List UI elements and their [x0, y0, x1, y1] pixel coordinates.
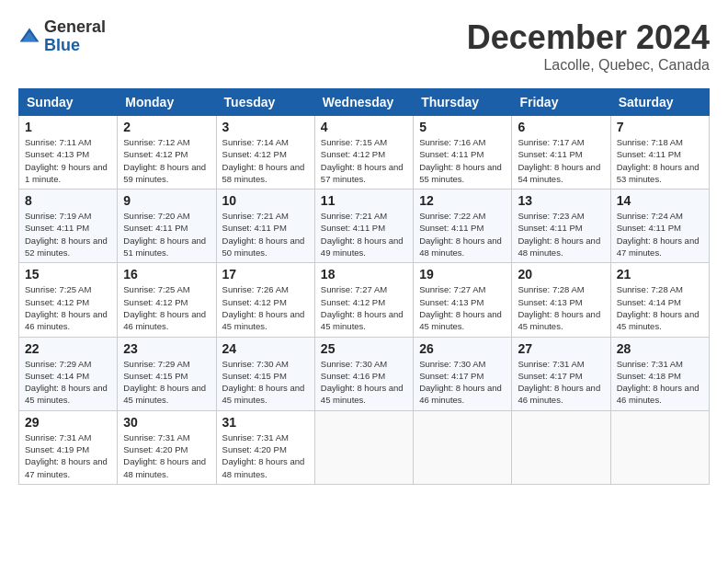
- calendar-cell: 21Sunrise: 7:28 AMSunset: 4:14 PMDayligh…: [610, 263, 709, 337]
- day-number: 9: [123, 193, 210, 208]
- calendar-cell: 8Sunrise: 7:19 AMSunset: 4:11 PMDaylight…: [19, 190, 118, 263]
- calendar-week-row: 29Sunrise: 7:31 AMSunset: 4:19 PMDayligh…: [19, 410, 710, 484]
- day-number: 29: [25, 415, 111, 430]
- weekday-header-monday: Monday: [118, 89, 216, 116]
- calendar-cell: 2Sunrise: 7:12 AMSunset: 4:12 PMDaylight…: [118, 116, 216, 190]
- day-info: Sunrise: 7:12 AMSunset: 4:12 PMDaylight:…: [123, 136, 210, 185]
- calendar-cell: 23Sunrise: 7:29 AMSunset: 4:15 PMDayligh…: [118, 337, 216, 410]
- day-number: 5: [419, 120, 506, 134]
- page-header: General Blue December 2024 Lacolle, Queb…: [18, 18, 710, 74]
- day-info: Sunrise: 7:29 AMSunset: 4:14 PMDaylight:…: [25, 358, 111, 407]
- calendar-cell: 10Sunrise: 7:21 AMSunset: 4:11 PMDayligh…: [216, 190, 314, 263]
- calendar-cell: 3Sunrise: 7:14 AMSunset: 4:12 PMDaylight…: [216, 116, 314, 190]
- day-number: 6: [518, 120, 604, 134]
- day-number: 4: [321, 120, 407, 134]
- day-info: Sunrise: 7:30 AMSunset: 4:15 PMDaylight:…: [222, 358, 309, 407]
- day-number: 8: [25, 193, 111, 208]
- calendar-header-row: SundayMondayTuesdayWednesdayThursdayFrid…: [19, 89, 710, 116]
- calendar-cell: 29Sunrise: 7:31 AMSunset: 4:19 PMDayligh…: [19, 410, 118, 484]
- calendar-week-row: 8Sunrise: 7:19 AMSunset: 4:11 PMDaylight…: [19, 190, 710, 263]
- day-info: Sunrise: 7:28 AMSunset: 4:13 PMDaylight:…: [518, 283, 604, 332]
- day-number: 23: [123, 341, 210, 356]
- day-number: 10: [222, 193, 309, 208]
- calendar-cell: 5Sunrise: 7:16 AMSunset: 4:11 PMDaylight…: [414, 116, 512, 190]
- weekday-header-thursday: Thursday: [414, 89, 512, 116]
- day-number: 18: [321, 267, 407, 282]
- day-info: Sunrise: 7:31 AMSunset: 4:20 PMDaylight:…: [222, 431, 309, 480]
- day-number: 15: [25, 267, 111, 282]
- weekday-header-tuesday: Tuesday: [216, 89, 314, 116]
- day-info: Sunrise: 7:11 AMSunset: 4:13 PMDaylight:…: [25, 136, 111, 185]
- calendar-cell: 25Sunrise: 7:30 AMSunset: 4:16 PMDayligh…: [314, 337, 413, 410]
- calendar-cell: 16Sunrise: 7:25 AMSunset: 4:12 PMDayligh…: [118, 263, 216, 337]
- day-number: 3: [222, 120, 309, 134]
- day-number: 7: [617, 120, 703, 134]
- day-number: 27: [518, 341, 604, 356]
- day-number: 22: [25, 341, 111, 356]
- weekday-header-sunday: Sunday: [19, 89, 118, 116]
- day-info: Sunrise: 7:23 AMSunset: 4:11 PMDaylight:…: [518, 210, 604, 259]
- location-subtitle: Lacolle, Quebec, Canada: [467, 57, 710, 74]
- day-info: Sunrise: 7:22 AMSunset: 4:11 PMDaylight:…: [419, 210, 506, 259]
- day-number: 28: [617, 341, 703, 356]
- day-info: Sunrise: 7:26 AMSunset: 4:12 PMDaylight:…: [222, 283, 309, 332]
- day-info: Sunrise: 7:31 AMSunset: 4:18 PMDaylight:…: [617, 358, 703, 407]
- day-number: 24: [222, 341, 309, 356]
- calendar-cell: 28Sunrise: 7:31 AMSunset: 4:18 PMDayligh…: [610, 337, 709, 410]
- calendar-table: SundayMondayTuesdayWednesdayThursdayFrid…: [18, 88, 710, 485]
- calendar-cell: 24Sunrise: 7:30 AMSunset: 4:15 PMDayligh…: [216, 337, 314, 410]
- day-number: 17: [222, 267, 309, 282]
- weekday-header-wednesday: Wednesday: [314, 89, 413, 116]
- day-info: Sunrise: 7:14 AMSunset: 4:12 PMDaylight:…: [222, 136, 309, 185]
- day-number: 11: [321, 193, 407, 208]
- calendar-cell: 26Sunrise: 7:30 AMSunset: 4:17 PMDayligh…: [414, 337, 512, 410]
- day-number: 30: [123, 415, 210, 430]
- logo-blue-text: Blue: [44, 37, 106, 55]
- calendar-cell: 14Sunrise: 7:24 AMSunset: 4:11 PMDayligh…: [610, 190, 709, 263]
- day-info: Sunrise: 7:17 AMSunset: 4:11 PMDaylight:…: [518, 136, 604, 185]
- day-number: 14: [617, 193, 703, 208]
- calendar-cell: [610, 410, 709, 484]
- day-number: 31: [222, 415, 309, 430]
- calendar-cell: 15Sunrise: 7:25 AMSunset: 4:12 PMDayligh…: [19, 263, 118, 337]
- calendar-week-row: 1Sunrise: 7:11 AMSunset: 4:13 PMDaylight…: [19, 116, 710, 190]
- day-number: 16: [123, 267, 210, 282]
- day-info: Sunrise: 7:28 AMSunset: 4:14 PMDaylight:…: [617, 283, 703, 332]
- day-number: 21: [617, 267, 703, 282]
- day-number: 13: [518, 193, 604, 208]
- calendar-cell: [512, 410, 610, 484]
- day-info: Sunrise: 7:21 AMSunset: 4:11 PMDaylight:…: [321, 210, 407, 259]
- day-info: Sunrise: 7:27 AMSunset: 4:12 PMDaylight:…: [321, 283, 407, 332]
- logo-text: General Blue: [44, 18, 106, 55]
- day-info: Sunrise: 7:24 AMSunset: 4:11 PMDaylight:…: [617, 210, 703, 259]
- month-title: December 2024: [467, 18, 710, 57]
- logo: General Blue: [18, 18, 106, 55]
- day-number: 2: [123, 120, 210, 134]
- calendar-cell: [414, 410, 512, 484]
- day-number: 12: [419, 193, 506, 208]
- day-number: 19: [419, 267, 506, 282]
- calendar-cell: 12Sunrise: 7:22 AMSunset: 4:11 PMDayligh…: [414, 190, 512, 263]
- day-info: Sunrise: 7:30 AMSunset: 4:17 PMDaylight:…: [419, 358, 506, 407]
- day-number: 20: [518, 267, 604, 282]
- calendar-cell: 27Sunrise: 7:31 AMSunset: 4:17 PMDayligh…: [512, 337, 610, 410]
- calendar-cell: 31Sunrise: 7:31 AMSunset: 4:20 PMDayligh…: [216, 410, 314, 484]
- calendar-cell: 18Sunrise: 7:27 AMSunset: 4:12 PMDayligh…: [314, 263, 413, 337]
- calendar-cell: 6Sunrise: 7:17 AMSunset: 4:11 PMDaylight…: [512, 116, 610, 190]
- day-number: 25: [321, 341, 407, 356]
- day-info: Sunrise: 7:21 AMSunset: 4:11 PMDaylight:…: [222, 210, 309, 259]
- calendar-cell: 13Sunrise: 7:23 AMSunset: 4:11 PMDayligh…: [512, 190, 610, 263]
- day-info: Sunrise: 7:20 AMSunset: 4:11 PMDaylight:…: [123, 210, 210, 259]
- calendar-week-row: 15Sunrise: 7:25 AMSunset: 4:12 PMDayligh…: [19, 263, 710, 337]
- calendar-cell: 17Sunrise: 7:26 AMSunset: 4:12 PMDayligh…: [216, 263, 314, 337]
- day-info: Sunrise: 7:31 AMSunset: 4:20 PMDaylight:…: [123, 431, 210, 480]
- day-info: Sunrise: 7:19 AMSunset: 4:11 PMDaylight:…: [25, 210, 111, 259]
- day-info: Sunrise: 7:27 AMSunset: 4:13 PMDaylight:…: [419, 283, 506, 332]
- day-info: Sunrise: 7:30 AMSunset: 4:16 PMDaylight:…: [321, 358, 407, 407]
- day-info: Sunrise: 7:18 AMSunset: 4:11 PMDaylight:…: [617, 136, 703, 185]
- calendar-cell: 4Sunrise: 7:15 AMSunset: 4:12 PMDaylight…: [314, 116, 413, 190]
- calendar-cell: 11Sunrise: 7:21 AMSunset: 4:11 PMDayligh…: [314, 190, 413, 263]
- day-info: Sunrise: 7:31 AMSunset: 4:19 PMDaylight:…: [25, 431, 111, 480]
- calendar-cell: 22Sunrise: 7:29 AMSunset: 4:14 PMDayligh…: [19, 337, 118, 410]
- weekday-header-friday: Friday: [512, 89, 610, 116]
